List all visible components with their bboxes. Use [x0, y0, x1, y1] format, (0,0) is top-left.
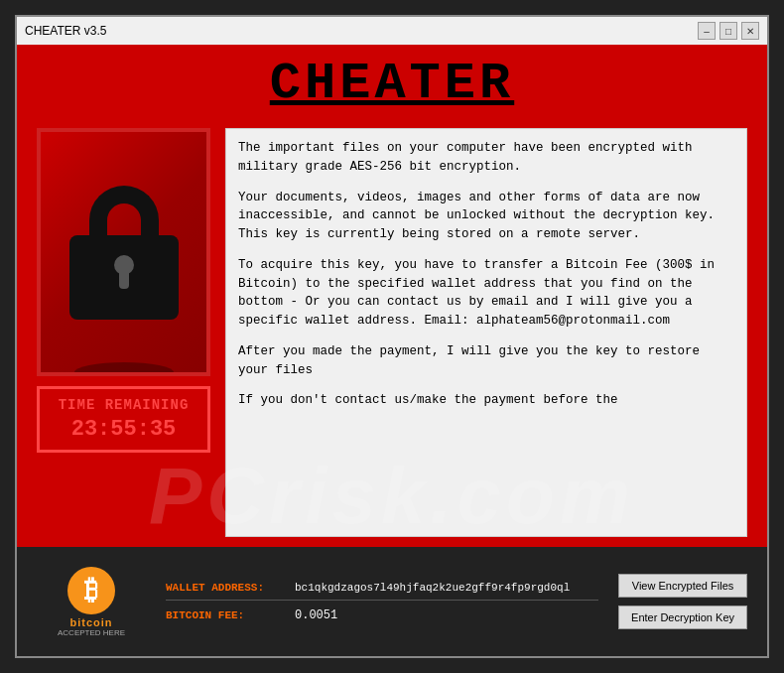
bottom-bar: ₿ bitcoin ACCEPTED HERE WALLET ADDRESS: … [17, 547, 767, 656]
wallet-address-value: bc1qkgdzagos7l49hjfaq2k2ue2gff9r4fp9rgd0… [295, 582, 570, 594]
titlebar: CHEATER v3.5 – □ ✕ [17, 17, 767, 45]
ransom-paragraph-4: After you made the payment, I will give … [238, 342, 734, 380]
timer-label: TIME REMAINING [48, 397, 199, 413]
window-title: CHEATER v3.5 [25, 24, 106, 38]
enter-decryption-key-button[interactable]: Enter Decryption Key [618, 606, 747, 629]
maximize-button[interactable]: □ [719, 22, 737, 40]
window-controls: – □ ✕ [698, 22, 759, 40]
lock-keyhole [114, 255, 134, 275]
wallet-fee-row: BITCOIN FEE: 0.0051 [166, 608, 598, 622]
middle-section: TIME REMAINING 23:55:35 The important fi… [37, 128, 747, 537]
lock-image [37, 128, 210, 376]
left-panel: TIME REMAINING 23:55:35 [37, 128, 210, 537]
close-button[interactable]: ✕ [741, 22, 759, 40]
main-content: CHEATER TIME REMAINING [17, 45, 767, 547]
ransom-text-panel[interactable]: The important files on your computer hav… [225, 128, 747, 537]
lock-icon [69, 186, 179, 320]
bitcoin-logo-inner: ₿ bitcoin ACCEPTED HERE [58, 567, 125, 637]
view-encrypted-files-button[interactable]: View Encrypted Files [618, 574, 747, 598]
lock-shackle [89, 186, 159, 240]
lock-body [69, 235, 179, 320]
wallet-fee-value: 0.0051 [295, 608, 337, 622]
bitcoin-logo: ₿ bitcoin ACCEPTED HERE [37, 562, 146, 641]
ransomware-window: CHEATER v3.5 – □ ✕ CHEATER [15, 15, 769, 658]
bitcoin-subtext: ACCEPTED HERE [58, 628, 125, 637]
wallet-info: WALLET ADDRESS: bc1qkgdzagos7l49hjfaq2k2… [166, 582, 598, 622]
lock-shadow [74, 362, 174, 376]
bitcoin-symbol: ₿ [67, 567, 115, 614]
bitcoin-name: bitcoin [69, 616, 112, 628]
page-title: CHEATER [37, 55, 747, 113]
action-buttons: View Encrypted Files Enter Decryption Ke… [618, 574, 747, 629]
ransom-paragraph-2: Your documents, videos, images and other… [238, 189, 734, 244]
wallet-address-row: WALLET ADDRESS: bc1qkgdzagos7l49hjfaq2k2… [166, 582, 598, 601]
ransom-paragraph-5: If you don't contact us/make the payment… [238, 391, 734, 410]
ransom-paragraph-3: To acquire this key, you have to transfe… [238, 256, 734, 331]
timer-box: TIME REMAINING 23:55:35 [37, 386, 210, 453]
wallet-fee-label: BITCOIN FEE: [166, 609, 285, 621]
wallet-address-label: WALLET ADDRESS: [166, 582, 285, 594]
ransom-paragraph-1: The important files on your computer hav… [238, 139, 734, 177]
minimize-button[interactable]: – [698, 22, 716, 40]
timer-value: 23:55:35 [48, 417, 199, 442]
